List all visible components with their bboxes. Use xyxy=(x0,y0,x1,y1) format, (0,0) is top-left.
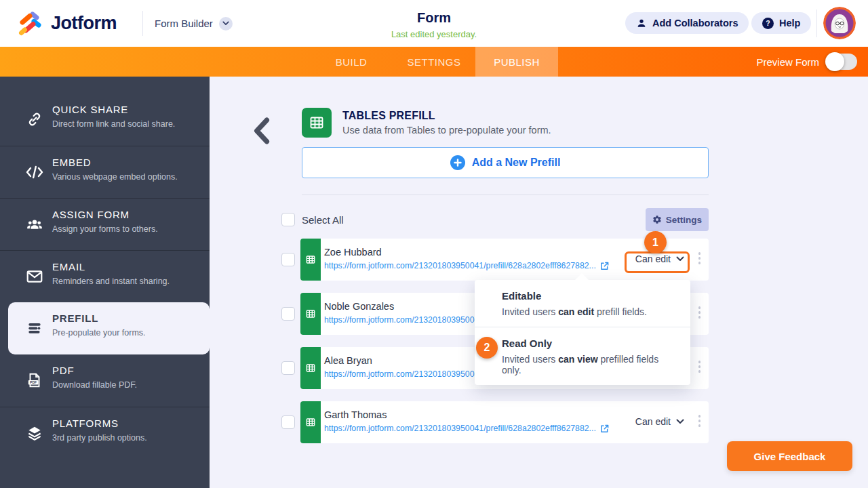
row-checkbox[interactable] xyxy=(281,253,295,266)
table-icon xyxy=(300,293,321,335)
dropdown-option-read-only[interactable]: Read Only Invited users can view prefill… xyxy=(475,327,690,385)
prefill-row: Zoe Hubbard https://form.jotform.com/213… xyxy=(300,239,709,281)
permission-value: Can edit xyxy=(635,253,671,264)
settings-label: Settings xyxy=(666,215,702,225)
sidebar-item-title: ASSIGN FORM xyxy=(52,209,203,220)
sidebar-item-subtitle: Download fillable PDF. xyxy=(52,380,203,390)
gear-icon xyxy=(652,215,662,224)
row-more-menu[interactable] xyxy=(698,252,701,264)
prefill-url-link[interactable]: https://form.jotform.com/213201803950041… xyxy=(324,261,609,270)
prefill-row: Garth Thomas https://form.jotform.com/21… xyxy=(300,401,709,443)
top-header: Jotform Form Builder Form Last edited ye… xyxy=(0,0,868,47)
layers-icon xyxy=(26,424,43,442)
add-new-prefill-button[interactable]: Add a New Prefill xyxy=(302,147,709,178)
external-link-icon xyxy=(600,424,609,433)
jotform-logo[interactable]: Jotform xyxy=(16,0,117,47)
sidebar-item-assign-form[interactable]: ASSIGN FORM Assign your forms to others. xyxy=(0,198,210,250)
builder-navbar: BUILD SETTINGS PUBLISH Preview Form xyxy=(0,47,868,77)
sidebar-item-subtitle: Pre-populate your forms. xyxy=(52,328,203,338)
dropdown-option-description: Invited users can view prefilled fields … xyxy=(502,354,678,375)
users-icon xyxy=(26,216,43,233)
page-title[interactable]: Form xyxy=(391,10,477,26)
app-switcher[interactable]: Form Builder xyxy=(155,0,233,47)
sidebar-item-email[interactable]: EMAIL Reminders and instant sharing. xyxy=(0,250,210,302)
svg-text:PDF: PDF xyxy=(30,380,37,384)
brand-name: Jotform xyxy=(51,13,117,34)
chevron-down-icon xyxy=(676,256,684,262)
sidebar-item-subtitle: 3rd party publish options. xyxy=(52,433,203,443)
link-icon xyxy=(26,110,43,128)
external-link-icon xyxy=(600,262,609,270)
sidebar-item-title: PDF xyxy=(52,365,203,376)
select-all-checkbox[interactable] xyxy=(281,213,295,226)
pdf-icon: PDF xyxy=(26,371,43,389)
permission-dropdown-button[interactable]: Can edit xyxy=(635,253,684,264)
permission-dropdown-button[interactable]: Can edit xyxy=(635,416,684,427)
prefill-name: Alea Bryan xyxy=(324,355,372,366)
help-label: Help xyxy=(779,18,800,28)
sidebar-item-embed[interactable]: EMBED Various webpage embed options. xyxy=(0,146,210,198)
help-button[interactable]: ? Help xyxy=(751,12,811,34)
row-checkbox[interactable] xyxy=(281,415,295,429)
row-more-menu[interactable] xyxy=(698,306,701,319)
tab-settings[interactable]: SETTINGS xyxy=(393,47,475,77)
tab-publish[interactable]: PUBLISH xyxy=(475,47,558,77)
table-icon xyxy=(300,401,321,443)
list-divider xyxy=(302,195,709,195)
preview-form-toggle[interactable] xyxy=(826,54,857,70)
permission-value: Can edit xyxy=(635,416,671,427)
row-checkbox[interactable] xyxy=(281,307,295,321)
dropdown-option-title: Read Only xyxy=(502,338,678,349)
user-avatar[interactable] xyxy=(823,7,856,39)
dropdown-option-editable[interactable]: Editable Invited users can edit prefill … xyxy=(475,280,690,327)
sidebar-item-subtitle: Direct form link and social share. xyxy=(52,119,203,129)
publish-sidebar: QUICK SHARE Direct form link and social … xyxy=(0,77,210,488)
row-checkbox[interactable] xyxy=(281,361,295,375)
tab-build[interactable]: BUILD xyxy=(310,47,393,77)
sidebar-item-quick-share[interactable]: QUICK SHARE Direct form link and social … xyxy=(0,94,210,146)
sidebar-item-title: QUICK SHARE xyxy=(52,104,203,115)
question-icon: ? xyxy=(762,18,774,29)
header-divider xyxy=(142,11,143,36)
prefill-name: Garth Thomas xyxy=(324,409,387,420)
list-icon xyxy=(26,319,43,337)
app-switcher-label: Form Builder xyxy=(155,18,213,29)
prefill-name: Noble Gonzales xyxy=(324,301,394,312)
prefill-name: Zoe Hubbard xyxy=(324,247,382,258)
prefill-url-text: https://form.jotform.com/213201803950041… xyxy=(324,261,596,270)
toggle-knob xyxy=(825,52,844,71)
header-divider xyxy=(816,9,817,37)
person-icon xyxy=(636,18,647,28)
permission-dropdown-menu: Editable Invited users can edit prefill … xyxy=(475,280,690,385)
sidebar-item-subtitle: Reminders and instant sharing. xyxy=(52,277,203,286)
nav-tabs: BUILD SETTINGS PUBLISH xyxy=(310,47,558,77)
select-all-label: Select All xyxy=(302,214,344,226)
sidebar-item-title: EMAIL xyxy=(52,261,203,272)
add-collaborators-label: Add Collaborators xyxy=(652,18,738,28)
prefill-url-text: https://form.jotform.com/213201803950041… xyxy=(324,424,596,433)
prefill-url-link[interactable]: https://form.jotform.com/213201803950041… xyxy=(324,424,609,433)
give-feedback-button[interactable]: Give Feedback xyxy=(727,441,852,471)
sidebar-item-prefill[interactable]: PREFILL Pre-populate your forms. xyxy=(8,302,210,354)
sidebar-item-title: PREFILL xyxy=(52,312,203,324)
last-edited-status: Last edited yesterday. xyxy=(391,29,477,39)
sidebar-item-pdf[interactable]: PDF PDF Download fillable PDF. xyxy=(0,354,210,407)
table-icon xyxy=(302,108,332,138)
sidebar-item-platforms[interactable]: PLATFORMS 3rd party publish options. xyxy=(0,407,210,459)
sidebar-item-title: PLATFORMS xyxy=(52,418,203,429)
annotation-step-2: 2 xyxy=(476,337,498,359)
add-collaborators-button[interactable]: Add Collaborators xyxy=(625,12,749,34)
envelope-icon xyxy=(26,268,43,285)
dropdown-option-description: Invited users can edit prefill fields. xyxy=(502,306,678,317)
row-more-menu[interactable] xyxy=(698,415,701,427)
back-button[interactable] xyxy=(252,117,272,145)
chevron-down-icon xyxy=(219,17,233,30)
row-more-menu[interactable] xyxy=(698,361,701,373)
chevron-down-icon xyxy=(676,419,684,424)
code-icon xyxy=(26,163,43,181)
sidebar-item-subtitle: Assign your forms to others. xyxy=(52,224,203,234)
form-title-block: Form Last edited yesterday. xyxy=(391,10,477,39)
settings-button[interactable]: Settings xyxy=(646,208,709,231)
section-title: TABLES PREFILL xyxy=(342,110,435,122)
annotation-step-1: 1 xyxy=(644,231,667,253)
